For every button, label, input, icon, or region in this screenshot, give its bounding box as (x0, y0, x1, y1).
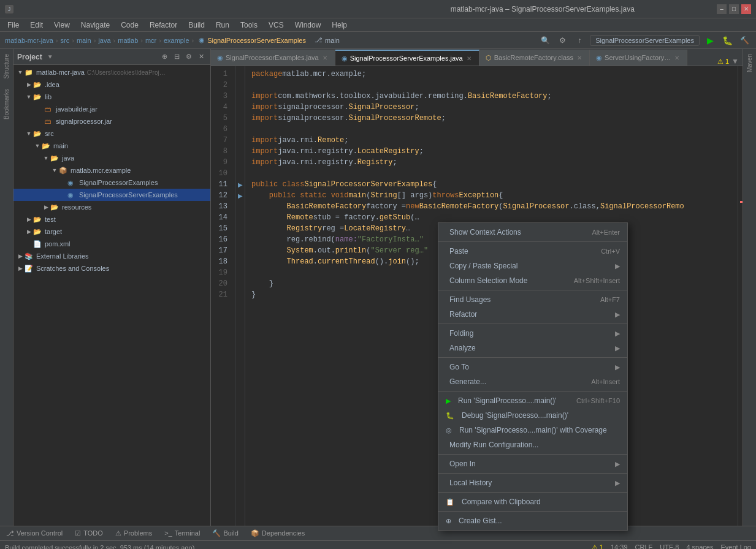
tree-item-sp-server-examples[interactable]: ▶ ◉ SignalProcessorServerExamples (13, 189, 210, 201)
nav-main[interactable]: main (77, 37, 91, 44)
tree-item-sp-examples[interactable]: ▶ ◉ SignalProcessorExamples (13, 176, 210, 189)
tab-dependencies[interactable]: 📦 Dependencies (245, 526, 311, 540)
ctx-compare-clipboard[interactable]: 📋 Compare with Clipboard (438, 494, 627, 509)
menu-code[interactable]: Code (116, 20, 143, 31)
branch-name: main (325, 37, 340, 44)
scroll-indicator[interactable] (738, 66, 743, 526)
ctx-local-history[interactable]: Local History ▶ (438, 475, 627, 490)
ctx-show-context-actions[interactable]: Show Context Actions Alt+Enter (438, 225, 627, 240)
panel-close-button[interactable]: ✕ (196, 51, 207, 62)
ctx-analyze[interactable]: Analyze ▶ (438, 341, 627, 355)
status-event-log[interactable]: Event Log (720, 543, 751, 549)
tree-item-package[interactable]: ▼ 📦 matlab.mcr.example (13, 164, 210, 176)
tree-item-project-root[interactable]: ▼ 📁 matlab-mcr-java C:\Users\icookies\Id… (13, 66, 210, 78)
ctx-paste[interactable]: Paste Ctrl+V (438, 244, 627, 259)
nav-project[interactable]: matlab-mcr-java (5, 37, 53, 44)
bookmarks-panel-toggle[interactable]: Bookmarks (1, 84, 12, 124)
run-main-gutter-icon[interactable]: ▶ (238, 192, 243, 199)
ctx-go-to[interactable]: Go To ▶ (438, 360, 627, 374)
tab-close-button[interactable]: ✕ (321, 54, 329, 62)
menu-refactor[interactable]: Refactor (145, 20, 182, 31)
tree-item-lib[interactable]: ▼ 📂 lib (13, 91, 210, 103)
tree-item-ext-libs[interactable]: ▶ 📚 External Libraries (13, 250, 210, 262)
ctx-find-usages[interactable]: Find Usages Alt+F7 (438, 292, 627, 307)
tree-item-scratches[interactable]: ▶ 📝 Scratches and Consoles (13, 262, 210, 274)
menu-run[interactable]: Run (211, 20, 234, 31)
maven-panel-toggle[interactable]: Maven (744, 49, 755, 77)
tab-problems[interactable]: ⚠ Problems (109, 526, 158, 540)
locate-file-button[interactable]: ⊕ (159, 51, 170, 62)
tree-item-signalprocessor-jar[interactable]: ▶ 🗃 signalprocessor.jar (13, 115, 210, 127)
menu-file[interactable]: File (2, 20, 24, 31)
ctx-generate[interactable]: Generate... Alt+Insert (438, 374, 627, 389)
ctx-refactor[interactable]: Refactor ▶ (438, 307, 627, 322)
structure-panel-toggle[interactable]: Structure (1, 49, 12, 84)
run-config-selector[interactable]: SignalProcessorServerExamples (590, 35, 700, 46)
minimize-button[interactable]: – (717, 4, 727, 14)
tab-close-button[interactable]: ✕ (465, 55, 473, 62)
status-line-ending[interactable]: CRLF (635, 543, 653, 549)
tree-item-src[interactable]: ▼ 📂 src (13, 127, 210, 140)
menu-help[interactable]: Help (327, 20, 352, 31)
ctx-open-in[interactable]: Open In ▶ (438, 456, 627, 471)
tab-build[interactable]: 🔨 Build (206, 526, 244, 540)
tab-close-button[interactable]: ✕ (576, 54, 583, 62)
tree-item-java[interactable]: ▼ 📂 java (13, 152, 210, 164)
status-warning[interactable]: ⚠ 1 (592, 543, 603, 549)
submenu-arrow-icon: ▶ (615, 479, 620, 487)
tab-version-control[interactable]: ⎇ Version Control (0, 526, 69, 540)
menu-build[interactable]: Build (183, 20, 210, 31)
tree-item-resources[interactable]: ▶ 📂 resources (13, 201, 210, 213)
window-controls[interactable]: – □ ✕ (717, 4, 751, 14)
tab-todo[interactable]: ☑ TODO (69, 526, 109, 540)
tree-item-main[interactable]: ▼ 📂 main (13, 140, 210, 152)
settings-button[interactable]: ⚙ (556, 34, 569, 47)
nav-src[interactable]: src (61, 37, 70, 44)
ctx-run[interactable]: ▶ Run 'SignalProcesso....main()' Ctrl+Sh… (438, 393, 627, 408)
tree-item-idea[interactable]: ▶ 📂 .idea (13, 78, 210, 91)
tab-terminal[interactable]: >_ Terminal (158, 526, 206, 540)
ctx-create-gist[interactable]: ⊕ Create Gist... (438, 513, 627, 528)
ctx-column-selection[interactable]: Column Selection Mode Alt+Shift+Insert (438, 273, 627, 288)
tab-basic-remote-factory[interactable]: ⬡ BasicRemoteFactory.class ✕ (479, 50, 590, 66)
menu-view[interactable]: View (49, 20, 75, 31)
maximize-button[interactable]: □ (729, 4, 739, 14)
ctx-modify-run-config[interactable]: Modify Run Configuration... (438, 437, 627, 452)
project-panel-dropdown[interactable]: ▼ (47, 53, 53, 60)
build-button[interactable]: 🔨 (738, 34, 751, 47)
debug-button[interactable]: 🐛 (720, 34, 734, 47)
menu-navigate[interactable]: Navigate (76, 20, 115, 31)
nav-mcr[interactable]: mcr (145, 37, 156, 44)
tree-item-javabuilder[interactable]: ▶ 🗃 javabuilder.jar (13, 103, 210, 115)
collapse-all-button[interactable]: ⊟ (171, 51, 182, 62)
ctx-folding[interactable]: Folding ▶ (438, 326, 627, 341)
ctx-run-coverage[interactable]: ◎ Run 'SignalProcesso....main()' with Co… (438, 423, 627, 437)
close-button[interactable]: ✕ (741, 4, 751, 14)
tab-close-button[interactable]: ✕ (673, 54, 681, 62)
nav-java[interactable]: java (98, 37, 110, 44)
run-class-gutter-icon[interactable]: ▶ (238, 181, 243, 188)
tab-sp-examples[interactable]: ◉ SignalProcessorExamples.java ✕ (211, 50, 335, 66)
nav-matlab[interactable]: matlab (118, 37, 138, 44)
tab-server-using-factory[interactable]: ◉ ServerUsingFactory… ✕ (590, 50, 687, 66)
panel-settings-button[interactable]: ⚙ (183, 51, 194, 62)
tree-item-test[interactable]: ▶ 📂 test (13, 213, 210, 225)
ctx-debug[interactable]: 🐛 Debug 'SignalProcesso....main()' (438, 408, 627, 423)
tree-path-label: C:\Users\icookies\IdeaProj… (87, 69, 166, 76)
run-button[interactable]: ▶ (703, 34, 717, 47)
nav-example[interactable]: example (164, 37, 189, 44)
menu-window[interactable]: Window (290, 20, 326, 31)
menu-edit[interactable]: Edit (25, 20, 48, 31)
ctx-copy-paste-special[interactable]: Copy / Paste Special ▶ (438, 259, 627, 273)
menu-vcs[interactable]: VCS (264, 20, 289, 31)
search-button[interactable]: 🔍 (538, 34, 552, 47)
menu-tools[interactable]: Tools (235, 20, 262, 31)
status-indent[interactable]: 4 spaces (686, 543, 713, 549)
ctx-separator (438, 473, 627, 474)
tab-list-button[interactable]: ▼ (731, 57, 739, 66)
tab-sp-server-examples[interactable]: ◉ SignalProcessorServerExamples.java ✕ (335, 50, 479, 66)
vcs-update-button[interactable]: ↑ (573, 34, 586, 47)
tree-item-target[interactable]: ▶ 📂 target (13, 225, 210, 238)
tree-item-pom[interactable]: ▶ 📄 pom.xml (13, 238, 210, 250)
status-encoding[interactable]: UTF-8 (660, 543, 679, 549)
